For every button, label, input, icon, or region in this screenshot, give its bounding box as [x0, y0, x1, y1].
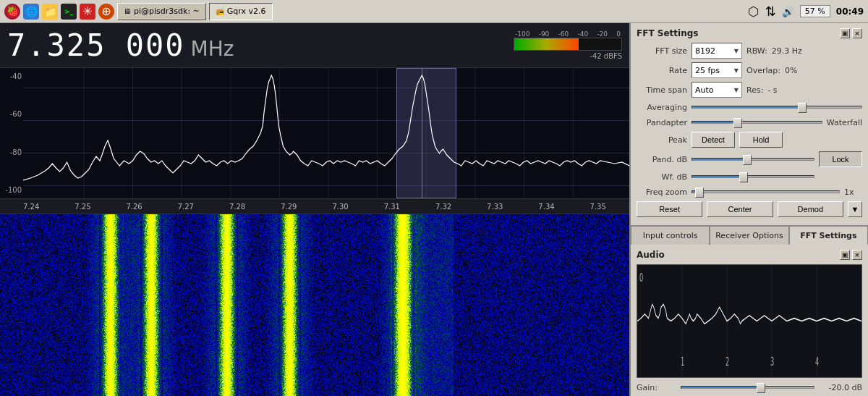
gain-row: Gain: -20.0 dB — [637, 382, 862, 393]
battery-indicator: 57 % — [800, 5, 830, 17]
spectrum-plot[interactable]: -40 -60 -80 -100 — [0, 68, 629, 198]
pand-db-thumb[interactable] — [743, 155, 752, 165]
timespan-select[interactable]: Auto ▼ — [692, 82, 742, 98]
fft-size-value: 8192 — [695, 46, 715, 56]
demod-button[interactable]: Demod — [778, 201, 843, 217]
freq-zoom-thumb[interactable] — [695, 188, 704, 198]
y-label-40: -40 — [1, 72, 22, 80]
rate-value: 25 fps — [695, 66, 720, 75]
terminal-icon[interactable]: >_ — [61, 4, 77, 20]
waterfall-label: Waterfall — [827, 118, 862, 127]
peak-label: Peak — [637, 135, 687, 145]
raspberry-icon[interactable]: 🍓 — [4, 4, 20, 20]
timespan-value: Auto — [695, 85, 714, 95]
freq-display: 7.325 000 MHz -100-90-60-40-200 -42 dBFS — [0, 23, 629, 68]
freq-unit: MHz — [191, 37, 234, 61]
lock-button[interactable]: Lock — [819, 151, 862, 167]
network-icon: ⇅ — [765, 4, 776, 19]
freq-zoom-label: Freq zoom — [637, 188, 687, 197]
tab-input-controls[interactable]: Input controls — [631, 226, 710, 245]
wf-db-slider[interactable] — [692, 171, 814, 182]
averaging-label: Averaging — [637, 103, 687, 112]
wf-db-thumb[interactable] — [739, 172, 748, 182]
svg-text:4: 4 — [815, 355, 819, 369]
pandapter-slider[interactable] — [692, 117, 822, 128]
panel-close-btn[interactable]: × — [852, 28, 862, 38]
averaging-slider[interactable] — [692, 101, 862, 113]
detect-button[interactable]: Detect — [692, 132, 735, 148]
wf-db-row: Wf. dB — [637, 171, 862, 182]
spectrum-svg — [23, 68, 629, 198]
tab-fft-settings[interactable]: FFT Settings — [789, 226, 868, 245]
audio-close-btn[interactable]: × — [852, 250, 862, 260]
freq-tick-10: 7.34 — [538, 203, 554, 211]
pand-db-label: Pand. dB — [637, 155, 687, 164]
pand-db-slider[interactable] — [692, 153, 814, 165]
fft-size-label: FFT size — [637, 46, 687, 56]
svg-text:2: 2 — [726, 355, 729, 369]
freq-zoom-slider[interactable] — [692, 186, 840, 198]
frequency-display[interactable]: 7.325 000 — [7, 28, 185, 63]
pandapter-label: Pandapter — [637, 118, 687, 127]
right-panel: FFT Settings ▣ × FFT size 8192 ▼ RBW: 29… — [629, 23, 868, 396]
signal-scale: -100-90-60-40-200 — [514, 30, 622, 38]
peak-row: Peak Detect Hold — [637, 132, 862, 148]
audio-panel: Audio ▣ × 0 1 2 3 4 — [631, 245, 868, 396]
waterfall[interactable] — [0, 214, 629, 396]
freq-tick-8: 7.32 — [435, 203, 451, 211]
y-label-80: -80 — [1, 148, 22, 156]
signal-bar — [514, 38, 622, 51]
gain-slider[interactable] — [681, 382, 814, 393]
waterfall-canvas — [0, 214, 629, 396]
freq-tick-3: 7.27 — [178, 203, 194, 211]
freq-tick-2: 7.26 — [126, 203, 142, 211]
panel-close-btns: ▣ × — [840, 28, 862, 38]
freq-zoom-row: Freq zoom 1x — [637, 186, 862, 198]
gqrx-window-label: Gqrx v2.6 — [227, 7, 266, 16]
circleapp-icon[interactable]: ⊕ — [98, 4, 114, 20]
timespan-row: Time span Auto ▼ Res: - s — [637, 82, 862, 98]
more-button[interactable]: ▼ — [848, 201, 862, 217]
freq-tick-11: 7.35 — [590, 203, 606, 211]
averaging-thumb[interactable] — [798, 103, 807, 113]
reset-button[interactable]: Reset — [637, 201, 702, 217]
pandapter-thumb[interactable] — [733, 118, 742, 128]
freq-tick-1: 7.25 — [75, 203, 90, 211]
terminal-window-btn[interactable]: 🖥 pi@pisdr3sdk: ~ — [117, 3, 206, 20]
panel-float-btn[interactable]: ▣ — [840, 28, 850, 38]
gqrx-window-btn[interactable]: 📻 Gqrx v2.6 — [209, 3, 273, 20]
audio-title: Audio ▣ × — [637, 248, 862, 264]
svg-text:0: 0 — [639, 271, 643, 285]
audio-svg: 0 1 2 3 4 — [637, 265, 861, 377]
freq-tick-9: 7.33 — [487, 203, 503, 211]
tab-receiver-options[interactable]: Receiver Options — [710, 226, 788, 245]
wf-db-label: Wf. dB — [637, 172, 687, 182]
audio-close-btns: ▣ × — [840, 250, 862, 260]
volume-icon[interactable]: 🔊 — [782, 6, 794, 17]
center-button[interactable]: Center — [707, 201, 773, 217]
y-axis: -40 -60 -80 -100 — [0, 68, 23, 198]
fft-size-select[interactable]: 8192 ▼ — [692, 43, 742, 59]
res-value: - s — [767, 85, 777, 95]
rate-select[interactable]: 25 fps ▼ — [692, 62, 742, 78]
globe-icon[interactable]: 🌐 — [23, 4, 39, 20]
fft-size-arrow-icon: ▼ — [734, 48, 739, 54]
rate-arrow-icon: ▼ — [734, 67, 739, 74]
fft-settings-panel: FFT Settings ▣ × FFT size 8192 ▼ RBW: 29… — [631, 23, 868, 225]
signal-dbfs: -42 dBFS — [590, 52, 622, 60]
folder-icon[interactable]: 📁 — [42, 4, 58, 20]
hold-button[interactable]: Hold — [739, 132, 783, 148]
freq-axis: 7.24 7.25 7.26 7.27 7.28 7.29 7.30 7.31 … — [0, 198, 629, 214]
svg-text:1: 1 — [681, 355, 684, 369]
freq-zoom-value: 1x — [844, 188, 862, 197]
audio-float-btn[interactable]: ▣ — [840, 250, 850, 260]
timespan-arrow-icon: ▼ — [734, 87, 739, 93]
bluetooth-icon[interactable]: ⬡ — [748, 4, 760, 19]
overlap-label: Overlap: — [746, 66, 780, 75]
redapp-icon[interactable]: ✳ — [80, 4, 95, 20]
freq-tick-5: 7.29 — [281, 203, 297, 211]
averaging-row: Averaging — [637, 101, 862, 113]
timespan-label: Time span — [637, 85, 687, 95]
action-buttons-row: Reset Center Demod ▼ — [637, 201, 862, 217]
gain-thumb[interactable] — [757, 383, 765, 393]
